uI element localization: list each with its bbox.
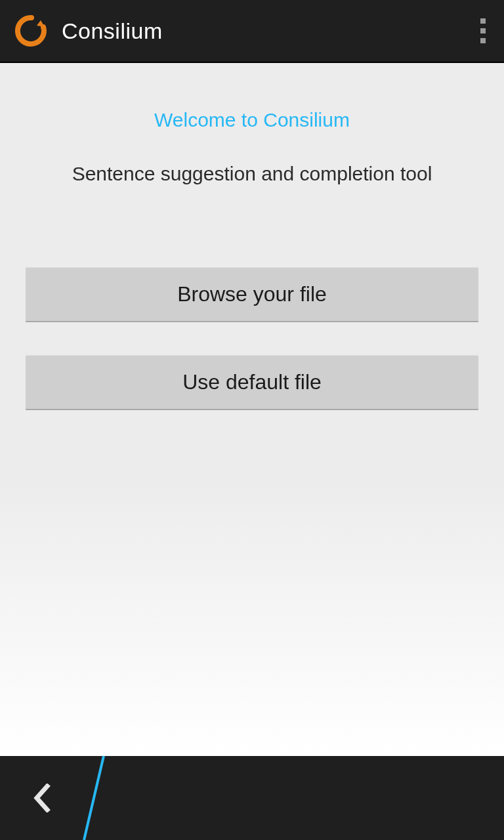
bottom-bar: [0, 756, 504, 840]
footer-divider: [84, 756, 136, 840]
back-button[interactable]: [0, 756, 84, 840]
subtitle-text: Sentence suggestion and completion tool: [0, 163, 504, 185]
app-title: Consilium: [62, 18, 163, 44]
welcome-title: Welcome to Consilium: [0, 109, 504, 131]
app-logo-icon: [13, 12, 50, 49]
app-header: Consilium: [0, 0, 504, 63]
main-content: Welcome to Consilium Sentence suggestion…: [0, 63, 504, 756]
overflow-menu-icon[interactable]: [480, 18, 486, 43]
svg-line-0: [84, 756, 104, 840]
use-default-file-button[interactable]: Use default file: [26, 355, 478, 410]
browse-file-button[interactable]: Browse your file: [26, 267, 478, 322]
chevron-left-icon: [33, 784, 51, 812]
